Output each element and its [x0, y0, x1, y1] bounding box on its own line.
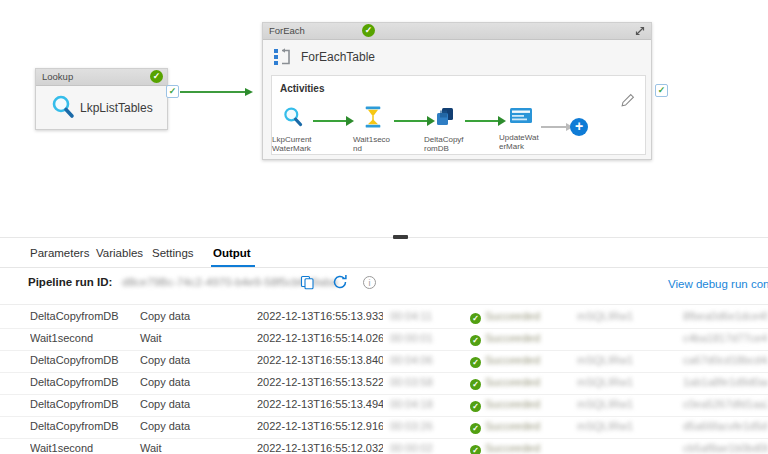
lookup-header-label: Lookup [42, 71, 73, 82]
activity-type-cell: Copy data [140, 310, 190, 322]
status-text: Succeeded [485, 354, 540, 366]
activity-label-line1: DeltaCopyf [424, 135, 482, 144]
status-text: Succeeded [485, 398, 540, 410]
inner-activity-lkpcurrentwatermark[interactable]: LkpCurrent WaterMark [272, 106, 330, 153]
activity-name-cell[interactable]: Wait1second [30, 442, 135, 454]
duration-cell: 00:03:58 [390, 376, 433, 388]
copy-run-id-icon[interactable] [300, 275, 315, 290]
table-row[interactable]: DeltaCopyfromDB Copy data 2022-12-13T16:… [0, 416, 768, 439]
success-status-icon: ✓ [470, 423, 481, 434]
table-row[interactable]: Wait1second Wait 2022-12-13T16:55:12.032… [0, 438, 768, 454]
table-row[interactable]: Wait1second Wait 2022-12-13T16:55:14.026… [0, 328, 768, 351]
success-status-icon: ✓ [470, 335, 481, 346]
success-badge-icon: ✓ [150, 70, 163, 83]
success-status-icon: ✓ [470, 313, 481, 324]
inner-activity-updatewatermark[interactable]: UpdateWat erMark [499, 106, 557, 151]
wait-icon [363, 106, 411, 132]
activity-name-cell[interactable]: DeltaCopyfromDB [30, 376, 135, 388]
lookup-activity-body[interactable]: LkpListTables [36, 86, 167, 131]
panel-tab-bar: Parameters Variables Settings Output [0, 243, 768, 268]
activity-label-line2: nd [353, 144, 411, 153]
inner-activity-wait1second[interactable]: Wait1seco nd [353, 106, 411, 153]
activity-label-line1: UpdateWat [499, 133, 557, 142]
activity-type-cell: Copy data [140, 398, 190, 410]
pipeline-canvas[interactable]: Lookup ✓ LkpListTables ✓ ForEach ✓ [0, 0, 768, 237]
status-cell: ✓Succeeded [470, 354, 540, 368]
add-activity-button[interactable]: + [570, 118, 588, 136]
lookup-success-port[interactable]: ✓ [166, 85, 179, 98]
table-row[interactable]: DeltaCopyfromDB Copy data 2022-12-13T16:… [0, 306, 768, 329]
tab-output[interactable]: Output [213, 247, 251, 259]
run-start-cell: 2022-12-13T16:55:14.026 [257, 332, 383, 344]
activity-type-cell: Copy data [140, 354, 190, 366]
activity-arrow [394, 120, 428, 122]
run-id-cell: 8fbea0d6e1dce45bf9a [683, 310, 768, 322]
integration-runtime-cell: mSQLIRw1 [577, 354, 633, 366]
activity-name-cell[interactable]: Wait1second [30, 332, 135, 344]
tab-variables[interactable]: Variables [96, 247, 143, 259]
activity-name-cell[interactable]: DeltaCopyfromDB [30, 398, 135, 410]
duration-cell: 00:00:01 [390, 332, 433, 344]
activity-type-cell: Copy data [140, 376, 190, 388]
run-id-cell: 1ab1a8fe1d9d0ae4cb2 [683, 376, 768, 388]
run-id-cell: ca67d0cd18bcd4ae1fb [683, 354, 768, 366]
status-cell: ✓Succeeded [470, 332, 540, 346]
activity-label-line2: WaterMark [272, 144, 330, 153]
integration-runtime-cell: mSQLIRw1 [577, 376, 633, 388]
activity-name-cell[interactable]: DeltaCopyfromDB [30, 354, 135, 366]
pipeline-run-id-row: Pipeline run ID: d8ce79Bc-74c2-4970-b4e9… [0, 270, 768, 296]
table-row[interactable]: DeltaCopyfromDB Copy data 2022-12-13T16:… [0, 394, 768, 417]
activity-name-cell[interactable]: DeltaCopyfromDB [30, 310, 135, 322]
run-start-cell: 2022-12-13T16:55:13.840 [257, 354, 383, 366]
integration-runtime-cell: mSQLIRw1 [577, 310, 633, 322]
run-id-cell: d5a66facvfe1d5df6bc [683, 420, 768, 432]
run-start-cell: 2022-12-13T16:55:12.916 [257, 420, 383, 432]
run-start-cell: 2022-12-13T16:55:13.494 [257, 398, 383, 410]
status-cell: ✓Succeeded [470, 376, 540, 390]
duration-cell: 00:04:11 [390, 310, 432, 322]
activity-name-cell[interactable]: DeltaCopyfromDB [30, 420, 135, 432]
pipeline-run-id-label: Pipeline run ID: [28, 276, 112, 288]
duration-cell: 00:04:18 [390, 398, 433, 410]
status-text: Succeeded [485, 310, 540, 322]
inner-activity-deltacopyfromdb[interactable]: DeltaCopyf romDB [424, 106, 482, 153]
activity-label: UpdateWat erMark [499, 133, 557, 151]
view-debug-run-consumption-link[interactable]: View debug run consump [668, 278, 768, 290]
foreach-icon [273, 47, 293, 71]
run-id-cell: c0ea5267dfd1aa24fb6 [683, 398, 768, 410]
tab-parameters[interactable]: Parameters [30, 247, 89, 259]
edit-activities-icon[interactable] [621, 93, 635, 111]
activity-type-cell: Wait [140, 442, 162, 454]
status-cell: ✓Succeeded [470, 442, 540, 454]
table-row[interactable]: DeltaCopyfromDB Copy data 2022-12-13T16:… [0, 372, 768, 395]
integration-runtime-cell: mSQLIRw1 [577, 398, 633, 410]
status-text: Succeeded [485, 332, 540, 344]
lookup-icon [50, 94, 76, 124]
active-tab-underline [211, 265, 255, 267]
foreach-success-port[interactable]: ✓ [655, 84, 668, 97]
status-cell: ✓Succeeded [470, 420, 540, 434]
success-status-icon: ✓ [470, 379, 481, 390]
refresh-icon[interactable] [332, 274, 348, 290]
success-badge-icon: ✓ [362, 24, 375, 37]
foreach-activity-name: ForEachTable [301, 50, 375, 64]
table-row[interactable]: DeltaCopyfromDB Copy data 2022-12-13T16:… [0, 350, 768, 373]
lookup-activity[interactable]: Lookup ✓ LkpListTables [35, 68, 168, 130]
run-start-cell: 2022-12-13T16:55:12.032 [257, 442, 383, 454]
panel-splitter-handle[interactable] [393, 235, 408, 239]
status-text: Succeeded [485, 420, 540, 432]
divider [0, 304, 768, 305]
duration-cell: 00:03:26 [390, 420, 433, 432]
duration-cell: 00:00:02 [390, 442, 433, 454]
success-connector-arrow [180, 91, 246, 93]
panel-splitter[interactable] [0, 237, 768, 238]
info-icon[interactable]: i [363, 276, 376, 289]
tab-settings[interactable]: Settings [152, 247, 194, 259]
activities-label: Activities [280, 83, 324, 94]
run-start-cell: 2022-12-13T16:55:13.522 [257, 376, 383, 388]
activity-label-line1: LkpCurrent [272, 135, 330, 144]
status-text: Succeeded [485, 376, 540, 388]
collapse-icon[interactable] [634, 25, 646, 37]
run-id-cell: cb5af8ae1b0bd0b1cd4 [683, 442, 768, 454]
activity-label-line2: erMark [499, 142, 557, 151]
